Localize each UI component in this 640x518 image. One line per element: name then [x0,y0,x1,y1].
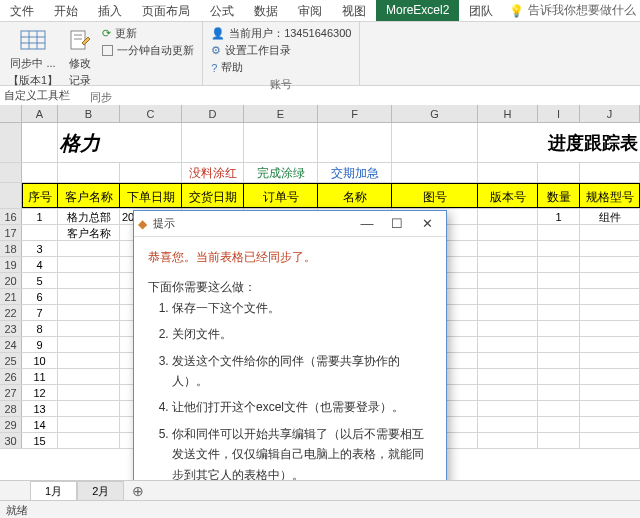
maximize-button[interactable]: ☐ [382,216,412,231]
grid-icon [19,26,47,54]
hdr-delivdate[interactable]: 交货日期 [182,183,244,208]
refresh-icon: ⟳ [102,27,111,40]
update-button[interactable]: ⟳更新 [102,26,194,41]
row-header[interactable]: 25 [0,353,22,368]
sheet-tab-feb[interactable]: 2月 [77,481,124,501]
tab-review[interactable]: 审阅 [288,0,332,21]
tracker-title[interactable]: 进度跟踪表 [478,123,640,162]
brand-cell[interactable]: 格力 [58,123,182,162]
legend-green[interactable]: 完成涂绿 [244,163,318,182]
col-A[interactable]: A [22,105,58,122]
tab-insert[interactable]: 插入 [88,0,132,21]
row-header[interactable]: 28 [0,401,22,416]
svg-rect-5 [71,31,85,49]
dialog-intro: 下面你需要这么做： [148,277,432,297]
tab-data[interactable]: 数据 [244,0,288,21]
col-B[interactable]: B [58,105,120,122]
sync-button-label1: 同步中 ... [10,56,55,71]
hdr-customer[interactable]: 客户名称 [58,183,120,208]
dialog-titlebar[interactable]: ◆ 提示 — ☐ ✕ [134,211,446,237]
hdr-seq[interactable]: 序号 [22,183,58,208]
row-header[interactable]: 16 [0,209,22,224]
dialog-title: 提示 [153,216,352,231]
col-E[interactable]: E [244,105,318,122]
sync-dialog: ◆ 提示 — ☐ ✕ 恭喜您。当前表格已经同步了。 下面你需要这么做： 保存一下… [133,210,447,518]
row-header[interactable]: 29 [0,417,22,432]
minimize-button[interactable]: — [352,216,382,231]
changelog-label1: 修改 [69,56,91,71]
help-label: 帮助 [221,60,243,75]
col-F[interactable]: F [318,105,392,122]
hdr-name[interactable]: 名称 [318,183,392,208]
row-header[interactable]: 18 [0,241,22,256]
tab-formula[interactable]: 公式 [200,0,244,21]
tab-moreexcel2[interactable]: MoreExcel2 [376,0,459,21]
checkbox-icon [102,45,113,56]
ribbon-body: 同步中 ... 【版本1】 修改 记录 ⟳更新 一分钟自动更新 同步 👤当前用户… [0,22,640,86]
step-3: 发送这个文件给你的同伴（需要共享协作的人）。 [172,351,432,392]
dialog-body: 恭喜您。当前表格已经同步了。 下面你需要这么做： 保存一下这个文件。 关闭文件。… [134,237,446,494]
tab-file[interactable]: 文件 [0,0,44,21]
title-row: 格力 进度跟踪表 [0,123,640,163]
select-all[interactable] [0,105,22,122]
row-header[interactable]: 24 [0,337,22,352]
row-header[interactable]: 22 [0,305,22,320]
set-workdir-button[interactable]: ⚙设置工作目录 [211,43,351,58]
row-header[interactable]: 20 [0,273,22,288]
step-2: 关闭文件。 [172,324,432,344]
update-label: 更新 [115,26,137,41]
sheet-tab-jan[interactable]: 1月 [30,481,77,501]
add-sheet-button[interactable]: ⊕ [124,481,152,501]
step-1: 保存一下这个文件。 [172,298,432,318]
legend-row: 没料涂红 完成涂绿 交期加急 [0,163,640,183]
auto-update-label: 一分钟自动更新 [117,43,194,58]
col-H[interactable]: H [478,105,538,122]
row-header[interactable]: 17 [0,225,22,240]
help-button[interactable]: ?帮助 [211,60,351,75]
tab-team[interactable]: 团队 [459,0,503,21]
row-header[interactable]: 21 [0,289,22,304]
auto-update-checkbox[interactable]: 一分钟自动更新 [102,43,194,58]
hdr-version[interactable]: 版本号 [478,183,538,208]
sync-button-label2: 【版本1】 [8,73,58,88]
step-4: 让他们打开这个excel文件（也需要登录）。 [172,397,432,417]
col-J[interactable]: J [580,105,640,122]
info-icon: ◆ [138,217,147,231]
note-icon [66,26,94,54]
close-button[interactable]: ✕ [412,216,442,231]
col-I[interactable]: I [538,105,580,122]
col-C[interactable]: C [120,105,182,122]
current-user[interactable]: 👤当前用户：13451646300 [211,26,351,41]
hdr-drawing[interactable]: 图号 [392,183,478,208]
workdir-label: 设置工作目录 [225,43,291,58]
tab-home[interactable]: 开始 [44,0,88,21]
current-user-label: 当前用户：13451646300 [229,26,351,41]
col-G[interactable]: G [392,105,478,122]
dialog-steps: 保存一下这个文件。 关闭文件。 发送这个文件给你的同伴（需要共享协作的人）。 让… [172,298,432,485]
row-header[interactable] [0,123,22,162]
row-header[interactable]: 19 [0,257,22,272]
tab-view[interactable]: 视图 [332,0,376,21]
row-header[interactable] [0,183,22,208]
tell-me[interactable]: 💡 告诉我你想要做什么 [509,0,636,21]
tab-layout[interactable]: 页面布局 [132,0,200,21]
hdr-qty[interactable]: 数量 [538,183,580,208]
hdr-orderdate[interactable]: 下单日期 [120,183,182,208]
row-header[interactable] [0,163,22,182]
col-D[interactable]: D [182,105,244,122]
legend-red[interactable]: 没料涂红 [182,163,244,182]
help-icon: ? [211,62,217,74]
hdr-orderno[interactable]: 订单号 [244,183,318,208]
ribbon-tabs: 文件 开始 插入 页面布局 公式 数据 审阅 视图 MoreExcel2 团队 … [0,0,640,22]
group-account-label: 账号 [211,77,351,92]
row-header[interactable]: 23 [0,321,22,336]
user-icon: 👤 [211,27,225,40]
row-header[interactable]: 30 [0,433,22,448]
row-header[interactable]: 26 [0,369,22,384]
sync-button[interactable]: 同步中 ... 【版本1】 [8,26,58,88]
row-header[interactable]: 27 [0,385,22,400]
changelog-button[interactable]: 修改 记录 [66,26,94,88]
legend-blue[interactable]: 交期加急 [318,163,392,182]
bulb-icon: 💡 [509,4,524,18]
hdr-spec[interactable]: 规格型号 [580,183,640,208]
